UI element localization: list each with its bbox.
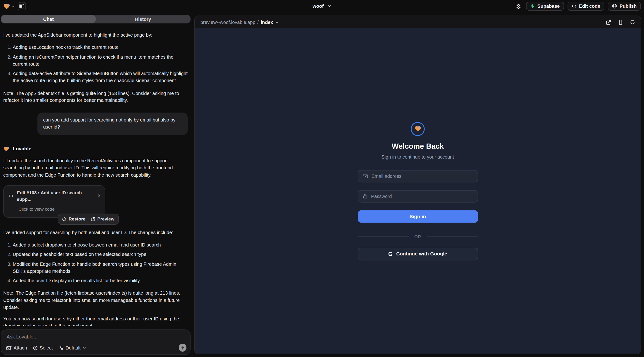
mail-icon [362,174,368,178]
project-name: woof [312,4,324,9]
edit-card-subtitle: Click to view code [18,206,100,212]
gear-icon: ⚙ [516,3,521,9]
list-item: Modified the Edge Function to handle bot… [13,260,188,275]
sliders-icon [59,345,64,350]
chevron-down-icon [12,4,15,8]
project-menu[interactable]: woof [312,0,332,12]
user-message: can you add support for searching not on… [37,112,188,135]
list-item: Adding an isCurrentPath helper function … [13,54,188,68]
topbar: woof ⚙ Supabase Edit code [0,0,644,12]
app-preview-frame: Welcome Back Sign in to continue to your… [195,28,641,354]
preview-url: preview--woof.lovable.app [200,20,256,25]
assistant-name: Lovable [13,145,31,153]
screen: woof ⚙ Supabase Edit code [0,0,644,357]
chevron-down-icon [82,346,86,350]
assistant-note: Note: The Edge Function file (fetch-fire… [3,290,188,311]
publish-button[interactable]: Publish [608,2,641,11]
chevron-down-icon [275,20,279,24]
password-field-wrapper [358,190,478,202]
page-subtitle: Sign in to continue to your account [382,154,454,159]
code-icon [8,194,14,198]
preview-panel: preview--woof.lovable.app / index [194,16,641,354]
external-link-icon [91,217,95,222]
sidebar-toggle-button[interactable] [18,2,26,10]
preview-header: preview--woof.lovable.app / index [195,16,641,28]
open-in-new-tab-button[interactable] [606,20,611,25]
preview-page-name: index [261,20,273,25]
assistant-note: Note: The AppSidebar.tsx file is getting… [3,90,188,104]
chat-messages[interactable]: I've updated the AppSidebar component to… [0,24,191,326]
app-logo [411,122,425,136]
continue-with-google-button[interactable]: G Continue with Google [358,248,478,260]
assistant-paragraph: You can now search for users by either t… [3,316,188,326]
edit-code-card[interactable]: Edit #108 • Add user ID search supp... C… [3,185,105,218]
assistant-paragraph: I've added support for searching by both… [3,229,188,236]
preview-url-selector[interactable]: preview--woof.lovable.app / index [200,20,279,25]
lovable-heart-icon [3,146,10,152]
email-field-wrapper [358,170,478,182]
chat-history-tabs: Chat History [1,15,191,24]
select-target-icon [32,345,38,350]
mode-selector[interactable]: Default [59,345,86,350]
preview-button[interactable]: Preview [91,216,114,222]
mobile-view-button[interactable] [618,20,623,25]
code-icon [572,4,576,8]
assistant-list: Adding useLocation hook to track the cur… [3,44,188,84]
attach-button[interactable]: Attach [6,345,27,350]
select-button[interactable]: Select [32,345,53,350]
list-item: Added a select dropdown to choose betwee… [13,242,188,249]
assistant-paragraph: I've updated the AppSidebar component to… [3,32,188,39]
google-g-icon: G [388,251,392,257]
password-field[interactable] [371,194,473,199]
lovable-logo-menu[interactable] [3,2,15,10]
assistant-header: Lovable ⋯ [3,145,188,153]
composer: Attach Select Defa [1,330,191,355]
lock-icon [362,194,368,199]
send-arrow-icon [180,346,185,350]
restore-icon [62,217,66,222]
sign-in-form: Sign in OR G Continue with Google [358,170,478,260]
assistant-paragraph: I'll update the search functionality in … [3,158,188,179]
edit-hover-toolbar: Restore Preview [58,214,118,224]
chevron-down-icon [328,4,332,8]
email-field[interactable] [372,174,473,178]
supabase-button[interactable]: Supabase [526,2,564,11]
send-button[interactable] [179,344,186,352]
supabase-bolt-icon [530,4,535,9]
chat-input[interactable] [6,334,140,340]
globe-icon [612,4,617,9]
edit-code-button[interactable]: Edit code [568,2,604,11]
page-title: Welcome Back [392,142,444,150]
lovable-heart-icon [3,2,10,10]
restore-button[interactable]: Restore [62,216,85,222]
attach-image-icon [6,345,12,350]
tab-chat[interactable]: Chat [1,15,96,23]
list-item: Adding data-active attribute to SidebarM… [13,70,188,84]
chevron-right-icon [97,194,100,198]
list-item: Added the user ID display in the results… [13,277,188,284]
tab-history[interactable]: History [96,15,190,23]
assistant-list: Added a select dropdown to choose betwee… [3,242,188,284]
or-divider: OR [358,234,478,239]
refresh-button[interactable] [630,20,635,25]
list-item: Adding useLocation hook to track the cur… [13,44,188,51]
chat-panel: Chat History I've updated the AppSidebar… [0,12,191,357]
ellipsis-icon[interactable]: ⋯ [180,145,188,153]
sidebar-toggle-icon [19,4,24,9]
sign-in-button[interactable]: Sign in [358,210,478,222]
settings-button[interactable]: ⚙ [514,2,522,10]
edit-card-title: Edit #108 • Add user ID search supp... [17,189,94,203]
list-item: Updated the placeholder text based on th… [13,251,188,258]
lovable-heart-icon [414,125,421,132]
